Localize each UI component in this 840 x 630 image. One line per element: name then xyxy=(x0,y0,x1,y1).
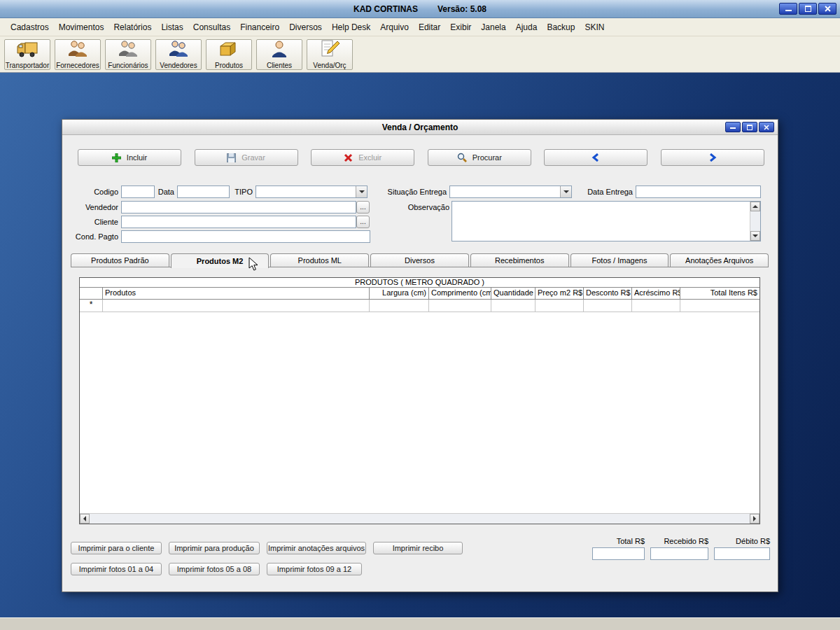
grid-cell[interactable] xyxy=(632,300,680,312)
next-record-button[interactable] xyxy=(661,149,764,166)
tipo-select[interactable] xyxy=(255,186,368,198)
menu-consultas[interactable]: Consultas xyxy=(188,20,235,35)
toolbar-button-vendedores[interactable]: Vendedores xyxy=(155,39,202,70)
scroll-down-button[interactable] xyxy=(750,231,760,241)
imprimir-fotos-01-04-button[interactable]: Imprimir fotos 01 a 04 xyxy=(71,563,162,575)
debito-input[interactable] xyxy=(714,547,770,560)
recebido-input[interactable] xyxy=(650,547,708,560)
venda-body: Incluir Gravar Excluir Procurar xyxy=(62,135,778,592)
grid-cell[interactable] xyxy=(536,300,584,312)
app-close-button[interactable] xyxy=(818,3,836,15)
tab-fotos-imagens[interactable]: Fotos / Imagens xyxy=(570,253,669,267)
data-entrega-label: Data Entrega xyxy=(577,188,633,197)
imprimir-fotos-09-12-button[interactable]: Imprimir fotos 09 a 12 xyxy=(267,563,362,575)
imprimir-cliente-button[interactable]: Imprimir para o cliente xyxy=(71,542,162,554)
toolbar-button-funcionarios[interactable]: Funcionários xyxy=(105,39,151,70)
venda-minimize-button[interactable] xyxy=(725,122,741,132)
grid-cell[interactable] xyxy=(429,300,491,312)
tab-recebimentos[interactable]: Recebimentos xyxy=(470,253,569,267)
tipo-label: TIPO xyxy=(223,188,253,197)
toolbar-button-produtos[interactable]: Produtos xyxy=(206,39,252,70)
menu-relatorios[interactable]: Relatórios xyxy=(108,20,156,35)
grid-header-comprimento: Comprimento (cm) xyxy=(429,288,491,299)
venda-titlebar: Venda / Orçamento xyxy=(62,120,778,135)
scroll-right-button[interactable] xyxy=(750,514,760,524)
delete-x-icon xyxy=(344,153,353,162)
app-titlebar: KAD CORTINAS Versão: 5.08 xyxy=(0,0,840,18)
menu-financeiro[interactable]: Financeiro xyxy=(235,20,284,35)
menu-movimentos[interactable]: Movimentos xyxy=(54,20,109,35)
total-label: Total R$ xyxy=(592,537,645,545)
menu-arquivo[interactable]: Arquivo xyxy=(375,20,414,35)
minimize-icon xyxy=(785,6,792,12)
grid-horizontal-scrollbar[interactable] xyxy=(80,513,760,524)
vendedor-browse-button[interactable]: ... xyxy=(356,201,370,214)
scroll-left-button[interactable] xyxy=(80,514,90,524)
cond-pagto-input[interactable] xyxy=(121,230,370,243)
observacao-scrollbar[interactable] xyxy=(750,202,760,241)
mouse-cursor-icon xyxy=(248,257,259,272)
toolbar-button-fornecedores[interactable]: Fornecedores xyxy=(55,39,101,70)
observacao-textarea[interactable] xyxy=(451,201,761,241)
grid-cell[interactable] xyxy=(491,300,536,312)
menu-ajuda[interactable]: Ajuda xyxy=(511,20,542,35)
grid-new-record-row[interactable]: * xyxy=(80,300,760,312)
print-button-row-2: Imprimir fotos 01 a 04 Imprimir fotos 05… xyxy=(71,563,362,575)
tab-produtos-ml[interactable]: Produtos ML xyxy=(270,253,369,267)
imprimir-recibo-button[interactable]: Imprimir recibo xyxy=(373,542,463,554)
menu-diversos[interactable]: Diversos xyxy=(284,20,327,35)
toolbar-label: Vendedores xyxy=(160,62,197,69)
data-label: Data xyxy=(139,188,174,197)
procurar-button[interactable]: Procurar xyxy=(428,149,531,166)
grid-header-acrescimo: Acréscimo R$ xyxy=(632,288,680,299)
scroll-up-button[interactable] xyxy=(750,202,760,211)
imprimir-anotacoes-button[interactable]: Imprimir anotações arquivos xyxy=(267,542,366,554)
toolbar-button-venda-orc[interactable]: Venda/Orç xyxy=(307,39,353,70)
imprimir-producao-button[interactable]: Imprimir para produção xyxy=(169,542,260,554)
grid-header-total-itens: Total Itens R$ xyxy=(680,288,760,299)
excluir-button[interactable]: Excluir xyxy=(311,149,414,166)
toolbar-label: Funcionários xyxy=(108,62,148,69)
toolbar-button-clientes[interactable]: Clientes xyxy=(256,39,302,70)
grid-cell[interactable] xyxy=(584,300,632,312)
menu-skin[interactable]: SKIN xyxy=(580,20,609,35)
menu-editar[interactable]: Editar xyxy=(414,20,445,35)
situacao-dropdown-button[interactable] xyxy=(560,186,571,197)
grid-header-preco-m2: Preço m2 R$ xyxy=(536,288,584,299)
cliente-browse-button[interactable]: ... xyxy=(356,216,370,228)
cliente-input[interactable] xyxy=(121,216,356,228)
incluir-button[interactable]: Incluir xyxy=(78,149,181,166)
menu-help-desk[interactable]: Help Desk xyxy=(327,20,375,35)
chevron-right-icon xyxy=(708,153,717,162)
triangle-down-icon xyxy=(752,234,758,237)
tab-diversos[interactable]: Diversos xyxy=(370,253,469,267)
situacao-entrega-select[interactable] xyxy=(449,186,572,198)
new-record-marker: * xyxy=(80,300,103,312)
menu-backup[interactable]: Backup xyxy=(542,20,580,35)
grid-cell[interactable] xyxy=(370,300,429,312)
previous-record-button[interactable] xyxy=(544,149,648,166)
data-input[interactable] xyxy=(177,186,230,198)
menu-cadastros[interactable]: Cadastros xyxy=(6,20,54,35)
grid-cell[interactable] xyxy=(680,300,760,312)
grid-cell[interactable] xyxy=(103,300,370,312)
total-input[interactable] xyxy=(592,547,645,560)
venda-close-button[interactable] xyxy=(759,122,774,132)
cliente-label: Cliente xyxy=(69,218,118,227)
toolbar-button-transportador[interactable]: Transportador xyxy=(4,39,50,70)
menu-janela[interactable]: Janela xyxy=(476,20,510,35)
app-maximize-button[interactable] xyxy=(799,3,817,15)
vendedor-input[interactable] xyxy=(121,201,356,214)
venda-maximize-button[interactable] xyxy=(742,122,757,132)
data-entrega-input[interactable] xyxy=(636,186,761,198)
app-minimize-button[interactable] xyxy=(779,3,797,15)
menu-listas[interactable]: Listas xyxy=(156,20,188,35)
tab-produtos-padrao[interactable]: Produtos Padrão xyxy=(71,253,169,267)
tipo-dropdown-button[interactable] xyxy=(356,186,367,197)
grid-header-largura: Largura (cm) xyxy=(370,288,429,299)
chevron-down-icon xyxy=(359,190,365,193)
imprimir-fotos-05-08-button[interactable]: Imprimir fotos 05 a 08 xyxy=(169,563,260,575)
menu-exibir[interactable]: Exibir xyxy=(445,20,476,35)
tab-anotacoes-arquivos[interactable]: Anotações Arquivos xyxy=(670,253,769,267)
gravar-button[interactable]: Gravar xyxy=(195,149,298,166)
